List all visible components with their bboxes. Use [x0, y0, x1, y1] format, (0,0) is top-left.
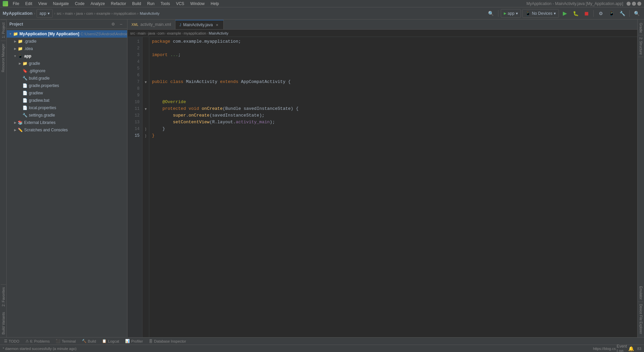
run-button[interactable]: ▶: [560, 9, 570, 18]
profiler-icon: 📊: [125, 339, 130, 343]
bc-com[interactable]: com: [158, 31, 165, 35]
el-arrow: ▶: [13, 120, 17, 125]
code-editor[interactable]: 1 2 3 4 5 6 7 8 9 10 11 12 13 14 15: [127, 37, 637, 337]
build-tab[interactable]: 🔨 Build: [79, 338, 99, 345]
panel-collapse-btn[interactable]: –: [118, 21, 124, 28]
el-icon: 📚: [17, 120, 23, 125]
profiler-tab[interactable]: 📊 Profiler: [122, 338, 146, 345]
sdk-btn[interactable]: 🔧: [618, 9, 627, 18]
menu-code[interactable]: Code: [72, 1, 87, 7]
menu-refactor[interactable]: Refactor: [108, 1, 129, 7]
minimize-btn[interactable]: [627, 2, 631, 6]
menu-help[interactable]: Help: [208, 1, 222, 7]
bottom-tab-bar: ☰ TODO ⚠ 6: Problems ⬛ Terminal 🔨 Build …: [0, 337, 644, 345]
bc-mainactivity[interactable]: MainActivity: [209, 31, 228, 35]
tree-item-gradlew[interactable]: ▶ 📄 gradlew: [7, 89, 127, 97]
java-tab-close[interactable]: ✕: [215, 23, 219, 27]
search-btn[interactable]: 🔍: [632, 9, 641, 18]
event-log-btn[interactable]: Event Log: [619, 345, 625, 352]
menu-bar: File Edit View Navigate Code Analyze Ref…: [0, 0, 644, 7]
bc-src[interactable]: src: [130, 31, 135, 35]
menu-run[interactable]: Run: [145, 1, 157, 7]
run-config-dropdown[interactable]: ▶ app ▾: [501, 9, 521, 18]
favorites-tab[interactable]: 2: Favorites: [1, 284, 6, 309]
todo-tab[interactable]: ☰ TODO: [1, 338, 22, 345]
build-variants-tab[interactable]: Build Variants: [1, 309, 6, 337]
structure-panel-tab[interactable]: 2: Structure: [638, 35, 643, 57]
tree-item-idea[interactable]: ▶ 📁 .idea: [7, 45, 127, 52]
avd-btn[interactable]: 📱: [607, 9, 616, 18]
status-bar: * daemon started successfully (a minute …: [0, 345, 644, 352]
menu-window[interactable]: Window: [187, 1, 207, 7]
menu-tools[interactable]: Tools: [158, 1, 173, 7]
resource-manager-tab[interactable]: Resource Manager: [1, 41, 6, 75]
problems-icon: ⚠: [25, 339, 29, 343]
device-file-explorer-tab[interactable]: Device File Explorer: [638, 302, 643, 336]
code-line-10: @Override: [152, 99, 635, 105]
gradle-panel-tab[interactable]: Gradle: [638, 21, 643, 35]
menu-vcs[interactable]: VCS: [173, 1, 187, 7]
root-icon: 📁: [13, 31, 18, 37]
menu-edit[interactable]: Edit: [22, 1, 35, 7]
active-file: MainActivity: [140, 11, 160, 15]
emulator-panel-tab[interactable]: Emulator: [638, 284, 643, 302]
tree-item-gitignore[interactable]: ▶ 🔖 .gitignore: [7, 67, 127, 75]
tree-root[interactable]: ▼ 📁 MyApplication [My Application] C:\Us…: [7, 30, 127, 38]
bc-myapp[interactable]: myapplication: [183, 31, 206, 35]
notification-btn[interactable]: 🔔: [628, 345, 635, 352]
code-line-2: [152, 45, 635, 52]
problems-label: 6: Problems: [30, 339, 50, 343]
debug-button[interactable]: 🐛: [571, 9, 580, 18]
code-line-5: [152, 65, 635, 72]
menu-file[interactable]: File: [10, 1, 22, 7]
logcat-tab[interactable]: 📋 Logcat: [99, 338, 122, 345]
tree-item-ext-libs[interactable]: ▶ 📚 External Libraries: [7, 119, 127, 126]
gradle-folder-icon: 📁: [17, 39, 23, 44]
tab-activity-main-xml[interactable]: XML activity_main.xml: [127, 20, 175, 29]
status-url: https://blog.cs: [593, 347, 616, 351]
tree-item-build-gradle[interactable]: ▶ 🔧 build.gradle: [7, 75, 127, 82]
bc-example[interactable]: example: [167, 31, 181, 35]
terminal-tab[interactable]: ⬛ Terminal: [53, 338, 78, 345]
java-tab-label: MainActivity.java: [183, 23, 213, 27]
project-panel-tab[interactable]: 1: Project: [1, 19, 6, 41]
daemon-message: * daemon started successfully (a minute …: [3, 347, 76, 351]
tree-item-local-props[interactable]: ▶ 📄 local.properties: [7, 104, 127, 112]
lp-label: local.properties: [29, 105, 56, 110]
menu-analyze[interactable]: Analyze: [88, 1, 108, 7]
module-dropdown[interactable]: app ▾: [37, 9, 53, 18]
no-devices-label: No Devices: [532, 11, 552, 16]
stop-button[interactable]: ◼: [582, 9, 591, 18]
tree-item-gradle-child[interactable]: ▶ 📁 gradle: [7, 60, 127, 67]
menu-build[interactable]: Build: [129, 1, 144, 7]
db-inspector-tab[interactable]: 🗄 Database Inspector: [146, 338, 189, 345]
sc-label: Scratches and Consoles: [24, 128, 68, 132]
memory-indicator[interactable]: 83: [637, 347, 641, 351]
code-content[interactable]: package com.example.myapplication; impor…: [149, 37, 637, 337]
tree-item-gradle[interactable]: ▶ 📁 .gradle: [7, 38, 127, 45]
lp-icon: 📄: [22, 105, 28, 111]
sync-btn[interactable]: ⚙: [596, 9, 605, 18]
tree-item-scratches[interactable]: ▶ ✏️ Scratches and Consoles: [7, 126, 127, 134]
code-line-15: }: [152, 132, 635, 139]
tree-item-settings-gradle[interactable]: ▶ 🔧 settings.gradle: [7, 112, 127, 119]
project-panel: Project ⚙ – ▼ 📁 MyApplication [My Applic…: [7, 19, 127, 337]
tree-item-gradle-props[interactable]: ▶ 📄 gradle.properties: [7, 82, 127, 89]
device-dropdown[interactable]: 📱 No Devices ▾: [522, 9, 559, 18]
tree-item-app[interactable]: ▼ 📱 app: [7, 52, 127, 60]
code-line-13: setContentView(R.layout.activity_main);: [152, 119, 635, 126]
search-everywhere-btn[interactable]: 🔍: [486, 9, 496, 18]
panel-settings-btn[interactable]: ⚙: [110, 21, 116, 28]
menu-view[interactable]: View: [36, 1, 50, 7]
problems-tab[interactable]: ⚠ 6: Problems: [23, 338, 53, 345]
bc-java[interactable]: java: [148, 31, 155, 35]
tab-main-activity-java[interactable]: J MainActivity.java ✕: [175, 20, 224, 29]
terminal-icon: ⬛: [56, 339, 60, 343]
menu-navigate[interactable]: Navigate: [50, 1, 71, 7]
close-btn[interactable]: [637, 2, 641, 6]
run-config-label: app: [508, 11, 515, 16]
tree-item-gradlew-bat[interactable]: ▶ 📄 gradlew.bat: [7, 97, 127, 104]
maximize-btn[interactable]: [632, 2, 636, 6]
xml-tab-icon: XML: [131, 23, 139, 27]
bc-main[interactable]: main: [138, 31, 146, 35]
